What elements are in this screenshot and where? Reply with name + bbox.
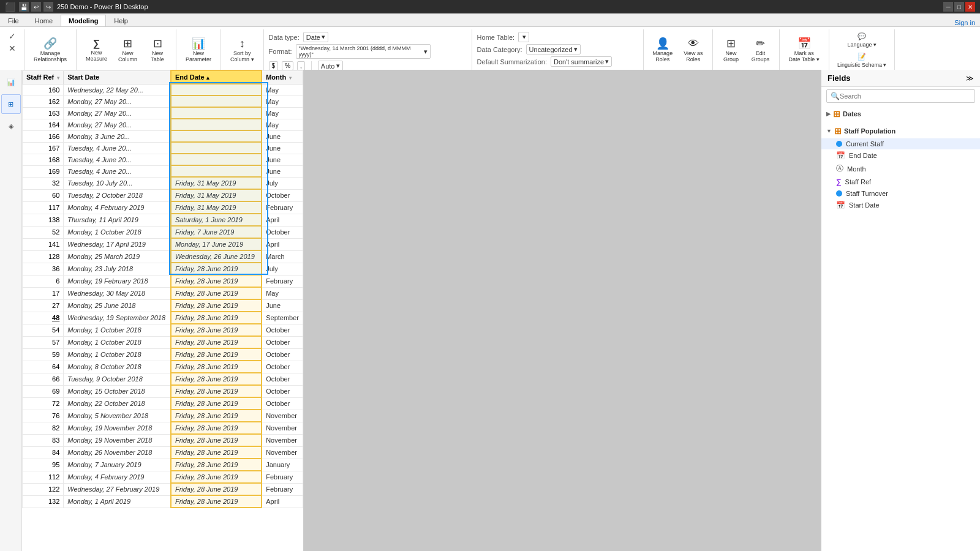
table-row[interactable]: 169Tuesday, 4 June 20...June: [23, 165, 303, 177]
cell-start-date: Monday, 4 February 2019: [64, 471, 171, 483]
table-row[interactable]: 82Monday, 19 November 2018Friday, 28 Jun…: [23, 422, 303, 434]
table-row[interactable]: 64Monday, 8 October 2018Friday, 28 June …: [23, 361, 303, 373]
col-header-month[interactable]: Month ▾: [262, 70, 303, 84]
table-row[interactable]: 84Monday, 26 November 2018Friday, 28 Jun…: [23, 446, 303, 459]
table-row[interactable]: 122Wednesday, 27 February 2019Friday, 28…: [23, 483, 303, 495]
cell-start-date: Monday, 27 May 20...: [64, 119, 171, 130]
fields-expand-btn[interactable]: ≫: [966, 74, 974, 83]
table-row[interactable]: 166Monday, 3 June 20...June: [23, 130, 303, 142]
table-row[interactable]: 69Monday, 15 October 2018Friday, 28 June…: [23, 385, 303, 397]
col-header-staff-ref[interactable]: Staff Ref ▾: [23, 70, 64, 84]
field-current-staff[interactable]: Current Staff: [821, 138, 980, 149]
linguistic-btn[interactable]: 📝 Linguistic Schema ▾: [834, 51, 890, 70]
cell-end-date: Friday, 7 June 2019: [171, 226, 262, 238]
category-label: Data Category:: [477, 46, 522, 53]
tab-help[interactable]: Help: [106, 15, 136, 26]
table-row[interactable]: 27Monday, 25 June 2018Friday, 28 June 20…: [23, 299, 303, 312]
field-start-date[interactable]: 📅 Start Date: [821, 199, 980, 211]
mark-date-table-btn[interactable]: 📅 Mark asDate Table ▾: [785, 36, 824, 65]
language-btn[interactable]: 💬 Language ▾: [834, 31, 890, 50]
confirm-btn[interactable]: ✓: [7, 31, 18, 42]
field-end-date[interactable]: 📅 End Date: [821, 149, 980, 162]
table-row[interactable]: 32Tuesday, 10 July 20...Friday, 31 May 2…: [23, 177, 303, 189]
table-row[interactable]: 66Tuesday, 9 October 2018Friday, 28 June…: [23, 373, 303, 385]
table-row[interactable]: 160Wednesday, 22 May 20...May: [23, 84, 303, 96]
new-group-btn[interactable]: ⊞ NewGroup: [718, 36, 745, 65]
sort-by-column-btn[interactable]: ↕ Sort byColumn ▾: [226, 36, 258, 65]
redo-btn[interactable]: ↪: [43, 2, 53, 12]
field-staff-ref[interactable]: ∑ Staff Ref: [821, 176, 980, 188]
col-header-start-date[interactable]: Start Date: [64, 70, 171, 84]
hometable-dropdown[interactable]: ▾: [518, 32, 529, 42]
sidebar-icon-model[interactable]: ◈: [1, 116, 21, 136]
table-row[interactable]: 168Tuesday, 4 June 20...June: [23, 154, 303, 165]
table-row[interactable]: 72Monday, 22 October 2018Friday, 28 June…: [23, 397, 303, 410]
table-area[interactable]: Staff Ref ▾ Start Date End Date ▴ Month …: [22, 70, 304, 551]
section-dates-header[interactable]: ▶ ⊞ Dates: [821, 107, 980, 121]
new-measure-btn[interactable]: ∑ NewMeasure: [81, 36, 111, 64]
comma-btn[interactable]: ,: [297, 61, 305, 70]
minimize-btn[interactable]: ─: [943, 2, 953, 12]
cancel-btn[interactable]: ✕: [7, 43, 18, 54]
table-row[interactable]: 141Wednesday, 17 April 2019Monday, 17 Ju…: [23, 238, 303, 250]
cell-staff-ref: 36: [23, 263, 64, 275]
save-btn[interactable]: 💾: [19, 2, 29, 12]
currency-btn[interactable]: $: [269, 61, 279, 70]
fields-search-input[interactable]: [840, 92, 971, 100]
table-row[interactable]: 132Monday, 1 April 2019Friday, 28 June 2…: [23, 495, 303, 508]
percent-btn[interactable]: %: [282, 61, 293, 70]
datatype-dropdown[interactable]: Date ▾: [303, 32, 328, 42]
field-staff-turnover[interactable]: Staff Turnover: [821, 188, 980, 199]
table-row[interactable]: 60Tuesday, 2 October 2018Friday, 31 May …: [23, 189, 303, 201]
undo-btn[interactable]: ↩: [31, 2, 41, 12]
sidebar-icon-data[interactable]: ⊞: [1, 94, 21, 114]
col-header-end-date[interactable]: End Date ▴: [171, 70, 262, 84]
table-row[interactable]: 117Monday, 4 February 2019Friday, 31 May…: [23, 201, 303, 214]
section-staff-header[interactable]: ▼ ⊞ Staff Population: [821, 124, 980, 138]
table-row[interactable]: 167Tuesday, 4 June 20...June: [23, 142, 303, 154]
table-row[interactable]: 54Monday, 1 October 2018Friday, 28 June …: [23, 324, 303, 336]
table-row[interactable]: 163Monday, 27 May 20...May: [23, 107, 303, 119]
summarization-label: Default Summarization:: [477, 58, 547, 66]
new-table-btn[interactable]: ⊡ NewTable: [144, 36, 171, 65]
tab-file[interactable]: File: [0, 15, 27, 26]
table-row[interactable]: 17Wednesday, 30 May 2018Friday, 28 June …: [23, 287, 303, 299]
sidebar-icon-report[interactable]: 📊: [1, 72, 21, 92]
cell-month: October: [262, 385, 303, 397]
table-row[interactable]: 76Monday, 5 November 2018Friday, 28 June…: [23, 410, 303, 422]
table-row[interactable]: 57Monday, 1 October 2018Friday, 28 June …: [23, 336, 303, 348]
category-dropdown[interactable]: Uncategorized ▾: [526, 44, 581, 54]
cell-month: May: [262, 84, 303, 96]
manage-roles-btn[interactable]: 👤 ManageRoles: [649, 36, 677, 65]
cell-month: June: [262, 142, 303, 154]
table-row[interactable]: 162Monday, 27 May 20...May: [23, 96, 303, 107]
table-row[interactable]: 95Monday, 7 January 2019Friday, 28 June …: [23, 459, 303, 471]
cell-month: October: [262, 336, 303, 348]
table-row[interactable]: 36Monday, 23 July 2018Friday, 28 June 20…: [23, 263, 303, 275]
table-row[interactable]: 164Monday, 27 May 20...May: [23, 119, 303, 130]
tab-home[interactable]: Home: [27, 15, 61, 26]
new-column-btn[interactable]: ⊞ NewColumn: [114, 36, 141, 65]
field-month[interactable]: Ⓐ Month: [821, 162, 980, 176]
table-row[interactable]: 83Monday, 19 November 2018Friday, 28 Jun…: [23, 434, 303, 446]
language-icon: 💬: [858, 32, 866, 40]
signin-btn[interactable]: Sign in: [954, 19, 975, 26]
tab-modeling[interactable]: Modeling: [61, 15, 106, 26]
format-dropdown[interactable]: "Wednesday, 14 March 2001 (dddd, d MMMM …: [296, 44, 431, 59]
summarization-dropdown[interactable]: Don't summarize ▾: [551, 56, 612, 67]
table-row[interactable]: 128Monday, 25 March 2019Wednesday, 26 Ju…: [23, 250, 303, 263]
table-row[interactable]: 112Monday, 4 February 2019Friday, 28 Jun…: [23, 471, 303, 483]
cell-start-date: Tuesday, 2 October 2018: [64, 189, 171, 201]
edit-groups-btn[interactable]: ✏ EditGroups: [747, 36, 774, 65]
manage-relationships-btn[interactable]: 🔗 ManageRelationships: [29, 36, 71, 65]
title-bar-left: ⬛ 💾 ↩ ↪ 250 Demo - Power BI Desktop: [5, 2, 148, 12]
maximize-btn[interactable]: □: [954, 2, 964, 12]
table-row[interactable]: 138Thursday, 11 April 2019Saturday, 1 Ju…: [23, 214, 303, 226]
new-parameter-btn[interactable]: 📊 NewParameter: [181, 36, 216, 65]
view-as-roles-btn[interactable]: 👁 View asRoles: [679, 36, 707, 65]
table-row[interactable]: 59Monday, 1 October 2018Friday, 28 June …: [23, 348, 303, 361]
table-row[interactable]: 52Monday, 1 October 2018Friday, 7 June 2…: [23, 226, 303, 238]
close-btn[interactable]: ✕: [965, 2, 975, 12]
table-row[interactable]: 6Monday, 19 February 2018Friday, 28 June…: [23, 275, 303, 287]
table-row[interactable]: 48Wednesday, 19 September 2018Friday, 28…: [23, 312, 303, 324]
